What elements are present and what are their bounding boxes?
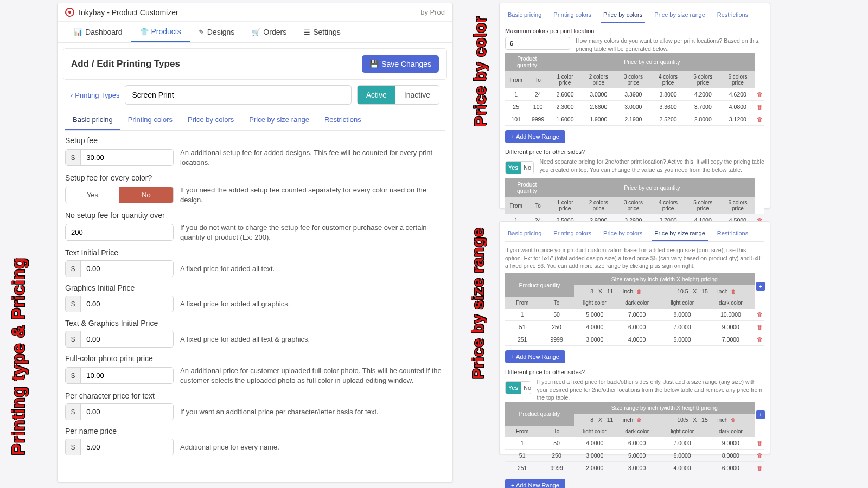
field-perChar-label: Per character price for text bbox=[65, 391, 445, 400]
app-logo-icon bbox=[63, 6, 76, 18]
annotation-right-bottom: Price by size range bbox=[469, 228, 487, 379]
field-perName-desc: Additional price for every name. bbox=[180, 442, 445, 452]
delete-col-icon[interactable]: 🗑 bbox=[731, 288, 736, 294]
nav-dashboard[interactable]: 📊Dashboard bbox=[65, 22, 131, 42]
nav-settings-label: Settings bbox=[313, 28, 341, 36]
chevron-left-icon: ‹ bbox=[71, 91, 73, 99]
psr-table-1: Product quantitySize range by inch (widt… bbox=[505, 273, 764, 346]
field-setupColor: Setup fee for every color? Yes NoIf you … bbox=[65, 174, 445, 204]
pbc-tab-basic[interactable]: Basic pricing bbox=[505, 9, 544, 23]
psr-diff-help: If you need a fixed price for back/other… bbox=[537, 378, 764, 402]
delete-row-icon[interactable]: 🗑 bbox=[757, 465, 763, 471]
textInit-input[interactable] bbox=[81, 261, 174, 277]
setup-color-yes[interactable]: Yes bbox=[66, 187, 119, 203]
app-header: Inkybay - Product Customizer by Prod bbox=[58, 3, 452, 22]
setup-input[interactable] bbox=[81, 150, 174, 165]
pbc-diff-toggle: Yes No bbox=[505, 161, 534, 174]
type-name-input[interactable] bbox=[125, 85, 351, 105]
nav-orders[interactable]: 🛒Orders bbox=[243, 22, 295, 42]
nav-settings[interactable]: ☰Settings bbox=[295, 22, 349, 42]
max-colors-input[interactable] bbox=[505, 37, 570, 50]
field-perChar: Per character price for text $ If you wa… bbox=[65, 391, 445, 420]
psr-tab-basic[interactable]: Basic pricing bbox=[505, 227, 544, 241]
type-row: ‹Printing Types Active Inactive bbox=[63, 85, 447, 110]
no-setup-input[interactable] bbox=[65, 224, 174, 241]
delete-col-icon[interactable]: 🗑 bbox=[731, 417, 736, 423]
psr-row: 25199992.00003.00004.00006.0000🗑 bbox=[505, 462, 764, 474]
page-header: Add / Edit Printing Types 💾Save Changes bbox=[63, 48, 447, 80]
psr-tab-printing-colors[interactable]: Printing colors bbox=[551, 227, 594, 241]
pbc-diff-label: Different price for other sides? bbox=[505, 149, 764, 155]
tab-printing-colors[interactable]: Printing colors bbox=[120, 110, 180, 130]
pbc-tabs: Basic pricing Printing colors Price by c… bbox=[505, 9, 764, 23]
photo-input[interactable] bbox=[81, 368, 174, 383]
pbc-diff-yes[interactable]: Yes bbox=[506, 162, 521, 174]
psr-diff-no[interactable]: No bbox=[521, 382, 532, 394]
textInit-prefix: $ bbox=[66, 261, 81, 277]
psr-diff-yes[interactable]: Yes bbox=[506, 382, 521, 394]
field-textInit: Text Initial Price $ A fixed price for a… bbox=[65, 248, 445, 277]
psr-row: 512504.00006.00007.00009.0000🗑 bbox=[505, 321, 764, 333]
status-inactive[interactable]: Inactive bbox=[395, 86, 439, 104]
tgInit-input[interactable] bbox=[81, 331, 174, 347]
field-textInit-label: Text Initial Price bbox=[65, 248, 445, 257]
psr-row: 1504.00006.00007.00009.0000🗑 bbox=[505, 437, 764, 450]
basic-pricing-form: Setup fee $ An additional setup fee for … bbox=[58, 131, 452, 456]
psr-tab-price-colors[interactable]: Price by colors bbox=[601, 227, 645, 241]
field-setup: Setup fee $ An additional setup fee for … bbox=[65, 136, 445, 167]
delete-row-icon[interactable]: 🗑 bbox=[757, 104, 763, 110]
nav-products[interactable]: 👕Products bbox=[131, 22, 190, 42]
save-label: Save Changes bbox=[381, 60, 431, 68]
setup-color-toggle: Yes No bbox=[65, 187, 174, 203]
psr-row: 512503.00005.00006.00008.0000🗑 bbox=[505, 450, 764, 462]
tab-price-by-colors[interactable]: Price by colors bbox=[180, 110, 241, 130]
annotation-right-top: Price by color bbox=[471, 16, 489, 127]
psr-add-range-1[interactable]: + Add New Range bbox=[505, 350, 565, 363]
delete-row-icon[interactable]: 🗑 bbox=[757, 324, 763, 330]
back-link[interactable]: ‹Printing Types bbox=[71, 91, 119, 99]
pbc-tab-printing-colors[interactable]: Printing colors bbox=[551, 9, 594, 23]
pbc-tab-price-size[interactable]: Price by size range bbox=[652, 9, 708, 23]
delete-row-icon[interactable]: 🗑 bbox=[757, 440, 763, 446]
delete-col-icon[interactable]: 🗑 bbox=[636, 417, 642, 423]
setup-color-no[interactable]: No bbox=[119, 187, 173, 203]
tab-restrictions[interactable]: Restrictions bbox=[317, 110, 369, 130]
field-noSetup-label: No setup fee for quantity over bbox=[65, 211, 445, 220]
delete-col-icon[interactable]: 🗑 bbox=[636, 288, 642, 294]
pbc-add-range-1[interactable]: + Add New Range bbox=[505, 130, 565, 143]
pbc-tab-restrictions[interactable]: Restrictions bbox=[714, 9, 751, 23]
add-size-range-icon[interactable]: + bbox=[756, 410, 765, 419]
pbc-diff-no[interactable]: No bbox=[521, 162, 534, 174]
perName-input[interactable] bbox=[81, 439, 174, 455]
pbc-row: 1242.60003.00003.39003.80004.20004.6200🗑 bbox=[505, 88, 764, 101]
gfxInit-input[interactable] bbox=[81, 296, 174, 312]
field-tgInit: Text & Graphics Initial Price $ A fixed … bbox=[65, 319, 445, 348]
tab-basic-pricing[interactable]: Basic pricing bbox=[65, 110, 120, 130]
field-gfxInit-label: Graphics Initial Price bbox=[65, 284, 445, 292]
psr-add-range-2[interactable]: + Add New Range bbox=[505, 479, 565, 488]
delete-row-icon[interactable]: 🗑 bbox=[757, 452, 763, 459]
perChar-input[interactable] bbox=[81, 404, 174, 420]
psr-diff-toggle: Yes No bbox=[505, 381, 531, 394]
field-photo: Full-color photo print price $ An additi… bbox=[65, 354, 445, 385]
perName-input-group: $ bbox=[65, 439, 174, 455]
status-active[interactable]: Active bbox=[358, 86, 395, 104]
photo-input-group: $ bbox=[65, 367, 174, 384]
delete-row-icon[interactable]: 🗑 bbox=[757, 311, 763, 318]
delete-row-icon[interactable]: 🗑 bbox=[757, 336, 763, 343]
nav-designs[interactable]: ✎Designs bbox=[190, 22, 244, 42]
psr-tab-price-size[interactable]: Price by size range bbox=[652, 227, 708, 241]
dashboard-icon: 📊 bbox=[74, 28, 82, 36]
pbc-tab-price-colors[interactable]: Price by colors bbox=[601, 9, 645, 23]
save-button[interactable]: 💾Save Changes bbox=[362, 55, 439, 73]
field-tgInit-label: Text & Graphics Initial Price bbox=[65, 319, 445, 328]
psr-tab-restrictions[interactable]: Restrictions bbox=[714, 227, 751, 241]
tgInit-input-group: $ bbox=[65, 331, 174, 348]
pricing-tabs: Basic pricing Printing colors Price by c… bbox=[65, 110, 445, 131]
delete-row-icon[interactable]: 🗑 bbox=[757, 116, 763, 123]
add-size-range-icon[interactable]: + bbox=[756, 282, 765, 291]
tab-price-by-size[interactable]: Price by size range bbox=[241, 110, 317, 130]
delete-row-icon[interactable]: 🗑 bbox=[757, 91, 763, 98]
psr-diff-label: Different price for other sides? bbox=[505, 369, 764, 375]
field-setupColor-desc: If you need the added setup fee counted … bbox=[180, 185, 445, 204]
